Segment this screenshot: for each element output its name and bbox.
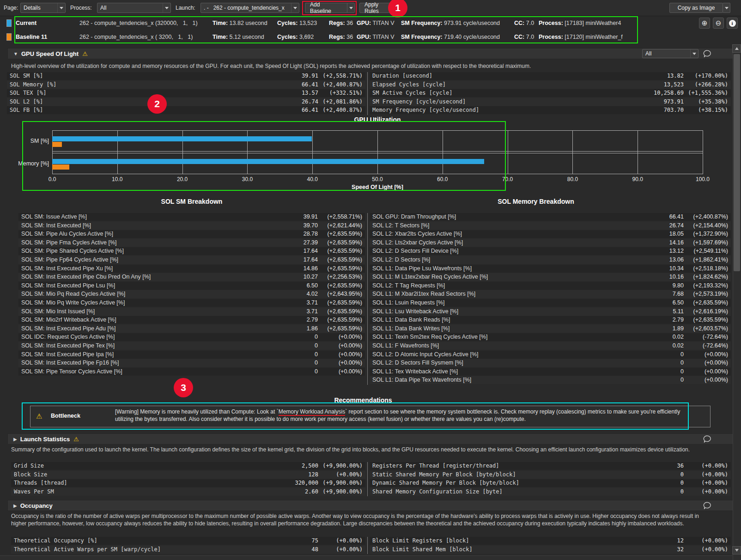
copy-as-image-button[interactable]: Copy as Image — [669, 3, 723, 13]
recommendations-title: Recommendations — [0, 396, 726, 404]
column-divider — [367, 213, 368, 385]
comment-icon[interactable] — [703, 435, 711, 443]
table-row: Threads [thread]320,000(+9,900.00%) — [11, 479, 365, 487]
column-divider — [367, 72, 368, 115]
scroll-up-button[interactable] — [732, 44, 741, 53]
table-row: SOL L1: Tex Writeback Active [%]0(+0.00%… — [370, 368, 731, 376]
page-label: Page: — [4, 5, 18, 11]
baseline-header: Current 262 - compute_tendencies_x (3200… — [0, 16, 741, 44]
occupancy-description: Occupancy is the ratio of the number of … — [11, 513, 704, 527]
scroll-down-button[interactable] — [732, 546, 741, 554]
toolbar: Page: Details Process: All Launch: . - 2… — [0, 0, 741, 16]
sol-summary-table-left: SOL SM [%]39.91(+2,558.71%)SOL Memory [%… — [7, 72, 365, 115]
chart-bar — [52, 136, 312, 141]
table-row: SM Frequency [cycle/usecond]973.91(+35.3… — [370, 98, 731, 106]
table-row: SOL L1: M L1tex2xbar Req Cycles Active [… — [370, 273, 731, 281]
table-row: SOL L2: T Sectors [%]26.74(+2,154.40%) — [370, 222, 731, 230]
regs-pair: Regs: 36 — [329, 20, 353, 26]
table-row: Static Shared Memory Per Block [byte/blo… — [370, 471, 731, 479]
column-divider — [367, 537, 368, 554]
kernel-summary-row[interactable]: Baseline 11 262 - compute_tendencies_x (… — [0, 30, 741, 44]
chart-plot — [52, 130, 703, 174]
table-row: SOL IDC: Request Cycles Active [%]0(+0.0… — [18, 333, 365, 341]
table-row: Block Size128(+0.00%) — [11, 471, 365, 479]
add-baseline-menu-button[interactable] — [347, 3, 355, 13]
table-row: SOL SM: Inst Executed Pipe Adu [%]1.86(+… — [18, 325, 365, 333]
chart-tick-label: 80.0 — [567, 176, 578, 183]
bottleneck-text: [Warning] Memory is more heavily utilize… — [115, 408, 688, 423]
process-pair: Process: [17120] miniWeather_f — [539, 34, 623, 40]
table-row: Block Limit Registers [block]12(+0.00%) — [370, 537, 731, 545]
table-row: Elapsed Cycles [cycle]13,523(+266.28%) — [370, 81, 731, 89]
comment-icon[interactable] — [703, 50, 711, 57]
copy-as-image-menu-button[interactable] — [723, 3, 730, 13]
table-row: SOL SM: Pipe Tensor Cycles Active [%]0(+… — [18, 368, 365, 376]
chart-bar — [52, 159, 484, 164]
collapse-triangle-icon: ▼ — [13, 51, 18, 56]
comment-icon[interactable] — [703, 502, 711, 509]
cycles-pair: Cycles: 13,523 — [277, 20, 317, 26]
sm-frequency-pair: SM Frequency: 973.91 cycle/usecond — [401, 20, 500, 26]
warning-icon: ⚠ — [36, 412, 42, 420]
table-row: Waves Per SM2.60(+9,900.00%) — [11, 488, 365, 496]
chart-tick-label: 50.0 — [372, 176, 383, 183]
arrow-up-icon — [735, 47, 739, 50]
table-row: SOL L1: Lsu Writeback Active [%]5.11(+2,… — [370, 308, 731, 316]
table-row: Dynamic Shared Memory Per Block [byte/bl… — [370, 479, 731, 487]
process-pair: Process: [17183] miniWeather4 — [539, 20, 621, 26]
chart-cat-labels: SM [%]Memory [%] — [0, 130, 49, 174]
page-dropdown-value: Details — [21, 5, 57, 11]
table-row: SOL L1: Texin Sm2tex Req Cycles Active [… — [370, 333, 731, 341]
section-header-occupancy[interactable]: ▶ Occupancy — [7, 500, 734, 511]
baseline-color-swatch — [6, 33, 12, 41]
table-row: Registers Per Thread [register/thread]36… — [370, 462, 731, 470]
scrollbar-thumb[interactable] — [734, 54, 740, 271]
page-dropdown[interactable]: Details — [20, 3, 66, 13]
sol-filter-value: All — [643, 50, 690, 57]
table-row: SOL SM: Inst Executed Pipe Cbu Pred On A… — [18, 273, 365, 281]
warning-icon: ⚠ — [73, 436, 79, 443]
column-divider — [367, 462, 368, 496]
gpu-utilization-chart: GPU Utilization SM [%]Memory [%] 0.010.0… — [0, 116, 741, 192]
chevron-down-icon — [725, 7, 729, 9]
chart-x-ticks: 0.010.020.030.040.050.060.070.080.090.01… — [52, 176, 703, 183]
table-row: SOL Memory [%]66.41(+2,400.87%) — [7, 81, 365, 89]
memory-breakdown-title: SOL Memory Breakdown — [367, 198, 705, 205]
table-row: Shared Memory Configuration Size [byte]0… — [370, 488, 731, 496]
launch-table-right: Registers Per Thread [register/thread]36… — [370, 462, 731, 496]
arrow-down-icon — [735, 549, 739, 552]
launch-dropdown[interactable]: . - 262 - compute_tendencies_x — [200, 3, 299, 13]
chart-tick-label: 40.0 — [307, 176, 318, 183]
add-baseline-button[interactable]: Add Baseline — [305, 3, 347, 13]
occupancy-table-right: Block Limit Registers [block]12(+0.00%)B… — [370, 537, 731, 554]
section-header-gpu-sol[interactable]: ▼ GPU Speed Of Light ⚠ — [7, 48, 734, 59]
chart-bands — [52, 130, 703, 174]
table-row: SOL SM: Inst Executed [%]39.70(+2,621.44… — [18, 222, 365, 230]
sol-summary-table-right: Duration [usecond]13.82(+170.00%)Elapsed… — [370, 72, 731, 115]
baseline-name: Baseline 11 — [16, 34, 47, 40]
cc-pair: CC: 7.0 — [514, 20, 534, 26]
chart-tick-label: 90.0 — [632, 176, 643, 183]
zoom-in-button[interactable]: ⊕ — [699, 18, 710, 29]
sol-filter-dropdown[interactable]: All — [642, 49, 698, 58]
chart-bar — [52, 142, 62, 147]
info-button[interactable]: i — [727, 18, 738, 29]
chevron-down-icon — [349, 7, 353, 9]
zoom-out-button[interactable]: ⊖ — [713, 18, 724, 29]
baseline-color-swatch — [6, 19, 12, 27]
apply-rules-button[interactable]: Apply Rules — [359, 3, 392, 13]
table-row: SOL SM: Pipe Shared Cycles Active [%]17.… — [18, 247, 365, 255]
section-header-launch-statistics[interactable]: ▶ Launch Statistics ⚠ — [7, 433, 734, 444]
chart-x-axis-label: Speed Of Light [%] — [52, 184, 703, 190]
chart-band — [52, 130, 703, 152]
memory-workload-analysis-link[interactable]: Memory Workload Analysis — [279, 408, 346, 416]
sol-description: High-level overview of the utilization f… — [11, 63, 723, 70]
table-row: SOL SM: Mio Pq Write Cycles Active [%]3.… — [18, 299, 365, 307]
table-row: SOL L1: M Xbar2l1tex Read Sectors [%]7.6… — [370, 290, 731, 298]
table-row: Theoretical Active Warps per SM [warp/cy… — [11, 546, 365, 554]
table-row: SOL L2: Lts2xbar Cycles Active [%]14.16(… — [370, 239, 731, 247]
process-dropdown[interactable]: All — [97, 3, 171, 13]
table-row: SOL L1: Lsuin Requests [%]6.50(+2,635.59… — [370, 299, 731, 307]
chart-tick-label: 70.0 — [502, 176, 513, 183]
kernel-summary-row[interactable]: Current 262 - compute_tendencies_x (3200… — [0, 16, 741, 30]
